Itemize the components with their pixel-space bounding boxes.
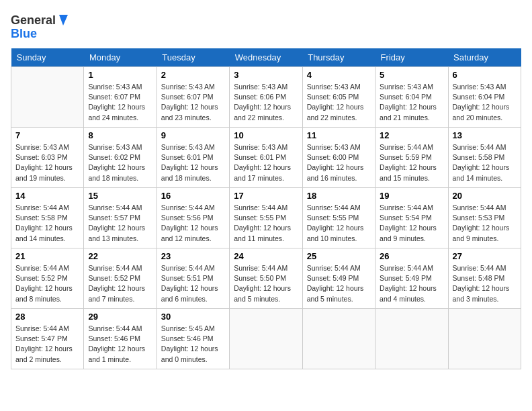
calendar-cell: 21Sunrise: 5:44 AM Sunset: 5:52 PM Dayli… — [11, 248, 84, 309]
dow-header-friday: Friday — [375, 48, 448, 67]
calendar-cell: 24Sunrise: 5:44 AM Sunset: 5:50 PM Dayli… — [230, 248, 302, 309]
day-number: 18 — [307, 191, 371, 201]
day-number: 1 — [88, 70, 152, 80]
day-info: Sunrise: 5:43 AM Sunset: 6:07 PM Dayligh… — [88, 82, 152, 123]
day-number: 3 — [234, 70, 298, 80]
calendar-cell: 8Sunrise: 5:43 AM Sunset: 6:02 PM Daylig… — [84, 128, 157, 188]
dow-header-monday: Monday — [84, 48, 157, 67]
day-info: Sunrise: 5:44 AM Sunset: 5:49 PM Dayligh… — [307, 263, 371, 304]
calendar-cell: 11Sunrise: 5:43 AM Sunset: 6:00 PM Dayli… — [302, 128, 375, 188]
day-number: 27 — [453, 251, 517, 261]
calendar-cell: 1Sunrise: 5:43 AM Sunset: 6:07 PM Daylig… — [84, 67, 157, 128]
calendar-cell: 14Sunrise: 5:44 AM Sunset: 5:58 PM Dayli… — [11, 188, 84, 248]
day-number: 11 — [307, 130, 371, 140]
day-number: 26 — [380, 251, 443, 261]
calendar-cell: 25Sunrise: 5:44 AM Sunset: 5:49 PM Dayli… — [302, 248, 375, 309]
day-info: Sunrise: 5:44 AM Sunset: 5:50 PM Dayligh… — [234, 263, 298, 304]
calendar-cell: 16Sunrise: 5:44 AM Sunset: 5:56 PM Dayli… — [157, 188, 229, 248]
day-info: Sunrise: 5:44 AM Sunset: 5:47 PM Dayligh… — [15, 324, 79, 365]
day-info: Sunrise: 5:44 AM Sunset: 5:52 PM Dayligh… — [88, 263, 152, 304]
calendar-table: SundayMondayTuesdayWednesdayThursdayFrid… — [11, 48, 521, 369]
calendar-cell: 4Sunrise: 5:43 AM Sunset: 6:05 PM Daylig… — [302, 67, 375, 128]
day-number: 14 — [15, 191, 79, 201]
day-number: 13 — [453, 130, 517, 140]
day-info: Sunrise: 5:43 AM Sunset: 6:04 PM Dayligh… — [453, 82, 517, 123]
calendar-cell: 17Sunrise: 5:44 AM Sunset: 5:55 PM Dayli… — [230, 188, 302, 248]
calendar-cell — [11, 67, 84, 128]
day-number: 2 — [161, 70, 225, 80]
dow-header-saturday: Saturday — [448, 48, 521, 67]
calendar-cell — [448, 309, 521, 369]
calendar-cell: 15Sunrise: 5:44 AM Sunset: 5:57 PM Dayli… — [84, 188, 157, 248]
svg-marker-2 — [59, 15, 68, 26]
day-number: 23 — [161, 251, 225, 261]
calendar-cell: 9Sunrise: 5:43 AM Sunset: 6:01 PM Daylig… — [157, 128, 229, 188]
day-info: Sunrise: 5:44 AM Sunset: 5:55 PM Dayligh… — [234, 203, 298, 244]
day-info: Sunrise: 5:44 AM Sunset: 5:55 PM Dayligh… — [307, 203, 371, 244]
calendar-cell: 27Sunrise: 5:44 AM Sunset: 5:48 PM Dayli… — [448, 248, 521, 309]
day-number: 8 — [88, 130, 152, 140]
calendar-cell: 19Sunrise: 5:44 AM Sunset: 5:54 PM Dayli… — [375, 188, 448, 248]
day-number: 30 — [161, 312, 225, 322]
day-number: 25 — [307, 251, 371, 261]
calendar-cell — [302, 309, 375, 369]
day-info: Sunrise: 5:44 AM Sunset: 5:46 PM Dayligh… — [88, 324, 152, 365]
day-number: 19 — [380, 191, 443, 201]
calendar-cell: 22Sunrise: 5:44 AM Sunset: 5:52 PM Dayli… — [84, 248, 157, 309]
logo: GeneralBlue — [11, 11, 78, 43]
calendar-cell: 26Sunrise: 5:44 AM Sunset: 5:49 PM Dayli… — [375, 248, 448, 309]
day-number: 28 — [15, 312, 79, 322]
dow-header-wednesday: Wednesday — [230, 48, 302, 67]
day-number: 15 — [88, 191, 152, 201]
calendar-cell: 7Sunrise: 5:43 AM Sunset: 6:03 PM Daylig… — [11, 128, 84, 188]
day-info: Sunrise: 5:43 AM Sunset: 6:05 PM Dayligh… — [307, 82, 371, 123]
calendar-cell: 23Sunrise: 5:44 AM Sunset: 5:51 PM Dayli… — [157, 248, 229, 309]
day-info: Sunrise: 5:43 AM Sunset: 6:01 PM Dayligh… — [234, 142, 298, 183]
day-info: Sunrise: 5:44 AM Sunset: 5:59 PM Dayligh… — [380, 142, 443, 183]
day-info: Sunrise: 5:43 AM Sunset: 6:02 PM Dayligh… — [88, 142, 152, 183]
day-info: Sunrise: 5:44 AM Sunset: 5:53 PM Dayligh… — [453, 203, 517, 244]
calendar-cell: 10Sunrise: 5:43 AM Sunset: 6:01 PM Dayli… — [230, 128, 302, 188]
calendar-cell: 2Sunrise: 5:43 AM Sunset: 6:07 PM Daylig… — [157, 67, 229, 128]
logo-icon: GeneralBlue — [11, 11, 78, 43]
calendar-cell — [230, 309, 302, 369]
day-info: Sunrise: 5:44 AM Sunset: 5:56 PM Dayligh… — [161, 203, 225, 244]
page-header: GeneralBlue — [11, 11, 521, 43]
dow-header-sunday: Sunday — [11, 48, 84, 67]
day-info: Sunrise: 5:43 AM Sunset: 6:04 PM Dayligh… — [380, 82, 443, 123]
day-number: 9 — [161, 130, 225, 140]
calendar-cell: 29Sunrise: 5:44 AM Sunset: 5:46 PM Dayli… — [84, 309, 157, 369]
day-info: Sunrise: 5:43 AM Sunset: 6:06 PM Dayligh… — [234, 82, 298, 123]
day-info: Sunrise: 5:43 AM Sunset: 6:00 PM Dayligh… — [307, 142, 371, 183]
day-info: Sunrise: 5:44 AM Sunset: 5:58 PM Dayligh… — [15, 203, 79, 244]
day-info: Sunrise: 5:44 AM Sunset: 5:57 PM Dayligh… — [88, 203, 152, 244]
day-number: 20 — [453, 191, 517, 201]
dow-header-thursday: Thursday — [302, 48, 375, 67]
day-info: Sunrise: 5:44 AM Sunset: 5:52 PM Dayligh… — [15, 263, 79, 304]
calendar-cell: 12Sunrise: 5:44 AM Sunset: 5:59 PM Dayli… — [375, 128, 448, 188]
calendar-cell: 13Sunrise: 5:44 AM Sunset: 5:58 PM Dayli… — [448, 128, 521, 188]
calendar-cell: 28Sunrise: 5:44 AM Sunset: 5:47 PM Dayli… — [11, 309, 84, 369]
calendar-cell: 6Sunrise: 5:43 AM Sunset: 6:04 PM Daylig… — [448, 67, 521, 128]
day-info: Sunrise: 5:44 AM Sunset: 5:48 PM Dayligh… — [453, 263, 517, 304]
day-number: 10 — [234, 130, 298, 140]
calendar-cell: 20Sunrise: 5:44 AM Sunset: 5:53 PM Dayli… — [448, 188, 521, 248]
day-info: Sunrise: 5:43 AM Sunset: 6:03 PM Dayligh… — [15, 142, 79, 183]
calendar-cell: 5Sunrise: 5:43 AM Sunset: 6:04 PM Daylig… — [375, 67, 448, 128]
svg-text:General: General — [11, 13, 56, 27]
day-number: 17 — [234, 191, 298, 201]
day-info: Sunrise: 5:44 AM Sunset: 5:54 PM Dayligh… — [380, 203, 443, 244]
day-info: Sunrise: 5:44 AM Sunset: 5:58 PM Dayligh… — [453, 142, 517, 183]
calendar-cell: 18Sunrise: 5:44 AM Sunset: 5:55 PM Dayli… — [302, 188, 375, 248]
day-number: 21 — [15, 251, 79, 261]
day-number: 16 — [161, 191, 225, 201]
day-number: 12 — [380, 130, 443, 140]
calendar-cell — [375, 309, 448, 369]
day-number: 4 — [307, 70, 371, 80]
day-number: 6 — [453, 70, 517, 80]
day-info: Sunrise: 5:43 AM Sunset: 6:01 PM Dayligh… — [161, 142, 225, 183]
dow-header-tuesday: Tuesday — [157, 48, 229, 67]
day-info: Sunrise: 5:43 AM Sunset: 6:07 PM Dayligh… — [161, 82, 225, 123]
day-info: Sunrise: 5:45 AM Sunset: 5:46 PM Dayligh… — [161, 324, 225, 365]
day-number: 22 — [88, 251, 152, 261]
